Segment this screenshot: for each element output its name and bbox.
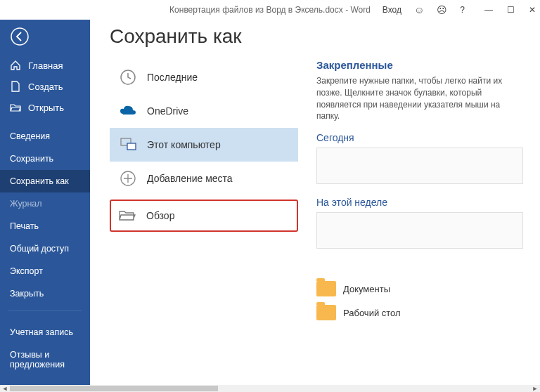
- quick-desktop-label: Рабочий стол: [343, 308, 401, 318]
- today-header: Сегодня: [316, 132, 523, 143]
- nav-share[interactable]: Общий доступ: [0, 237, 90, 260]
- onedrive-icon: [119, 102, 137, 120]
- nav-home-label: Главная: [28, 60, 63, 71]
- document-title: Конвертация файлов из Ворд в Эксель.docx…: [169, 5, 371, 15]
- nav-export[interactable]: Экспорт: [0, 260, 90, 282]
- scrollbar-thumb[interactable]: [10, 386, 218, 391]
- this-pc-icon: [119, 136, 137, 154]
- thisweek-list[interactable]: [316, 212, 523, 249]
- scroll-right-icon[interactable]: ►: [530, 385, 540, 392]
- location-add-place[interactable]: Добавление места: [110, 162, 298, 195]
- minimize-button[interactable]: —: [484, 5, 493, 15]
- home-icon: [10, 60, 21, 71]
- pinned-hint: Закрепите нужные папки, чтобы легко найт…: [316, 75, 523, 122]
- today-list[interactable]: [316, 148, 523, 184]
- scroll-left-icon[interactable]: ◄: [0, 385, 10, 392]
- nav-print[interactable]: Печать: [0, 215, 90, 237]
- svg-point-0: [11, 28, 28, 45]
- nav-new[interactable]: Создать: [0, 76, 90, 97]
- nav-feedback[interactable]: Отзывы и предложения: [0, 344, 90, 376]
- folder-icon: [316, 305, 336, 320]
- maximize-button[interactable]: ☐: [507, 5, 515, 15]
- nav-info[interactable]: Сведения: [0, 125, 90, 148]
- location-onedrive[interactable]: OneDrive: [110, 94, 298, 128]
- add-place-icon: [119, 169, 137, 188]
- location-this-pc-label: Этот компьютер: [147, 139, 221, 150]
- nav-open[interactable]: Открыть: [0, 97, 90, 118]
- location-this-pc[interactable]: Этот компьютер: [110, 128, 298, 162]
- close-button[interactable]: ✕: [529, 5, 536, 15]
- location-recent[interactable]: Последние: [110, 60, 298, 94]
- nav-save[interactable]: Сохранить: [0, 148, 90, 170]
- clock-icon: [119, 68, 137, 86]
- quick-desktop[interactable]: Рабочий стол: [316, 301, 523, 325]
- location-onedrive-label: OneDrive: [147, 105, 188, 117]
- nav-home[interactable]: Главная: [0, 55, 90, 76]
- right-panel: Закрепленные Закрепите нужные папки, что…: [316, 25, 523, 385]
- nav-account[interactable]: Учетная запись: [0, 321, 90, 344]
- horizontal-scrollbar[interactable]: ◄ ►: [0, 385, 540, 392]
- nav-open-label: Открыть: [28, 103, 64, 113]
- folder-icon: [118, 207, 136, 225]
- pinned-header: Закрепленные: [316, 59, 523, 71]
- location-browse-label: Обзор: [146, 210, 174, 221]
- back-button[interactable]: [0, 20, 90, 51]
- face-happy-icon[interactable]: ☺: [414, 4, 424, 15]
- nav-new-label: Создать: [28, 81, 63, 92]
- location-add-place-label: Добавление места: [147, 173, 233, 184]
- quick-documents[interactable]: Документы: [316, 277, 523, 301]
- nav-history[interactable]: Журнал: [0, 192, 90, 215]
- face-sad-icon[interactable]: ☹: [437, 4, 447, 15]
- help-button[interactable]: ?: [460, 5, 465, 15]
- document-icon: [10, 81, 21, 92]
- thisweek-header: На этой неделе: [316, 197, 523, 208]
- title-bar: Конвертация файлов из Ворд в Эксель.docx…: [0, 0, 540, 20]
- page-title: Сохранить как: [110, 25, 298, 48]
- folder-open-icon: [10, 102, 21, 113]
- svg-rect-3: [127, 143, 136, 150]
- quick-documents-label: Документы: [343, 284, 390, 294]
- nav-save-as[interactable]: Сохранить как: [0, 170, 90, 192]
- backstage-sidebar: Главная Создать Открыть Сведения Сохрани…: [0, 20, 90, 385]
- location-browse[interactable]: Обзор: [110, 200, 298, 232]
- location-recent-label: Последние: [147, 72, 198, 83]
- sidebar-divider: [8, 311, 82, 311]
- nav-close[interactable]: Закрыть: [0, 282, 90, 305]
- folder-icon: [316, 281, 336, 296]
- signin-link[interactable]: Вход: [382, 5, 401, 15]
